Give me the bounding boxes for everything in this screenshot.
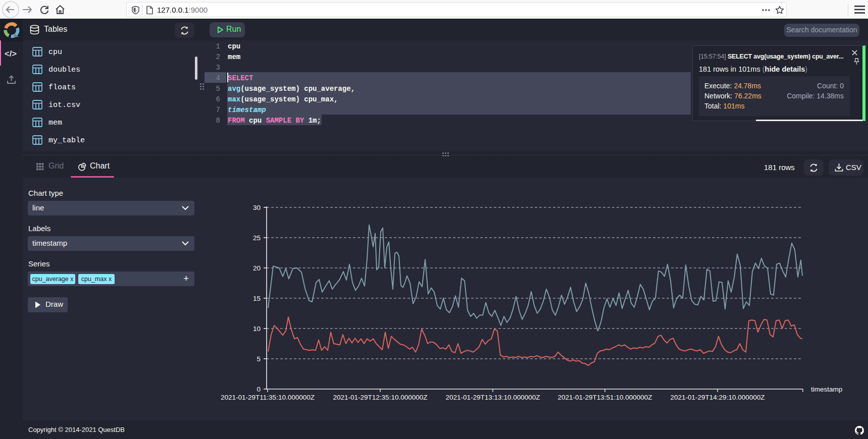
svg-text:30: 30 [253,204,261,211]
svg-text:2021-01-29T13:51:10.000000Z: 2021-01-29T13:51:10.000000Z [558,394,652,401]
svg-text:10: 10 [253,325,261,333]
svg-text:2021-01-29T13:13:10.000000Z: 2021-01-29T13:13:10.000000Z [446,394,540,401]
svg-text:2021-01-29T12:35:10.000000Z: 2021-01-29T12:35:10.000000Z [333,394,428,401]
svg-text:0: 0 [257,386,261,393]
svg-text:2021-01-29T14:29:10.000000Z: 2021-01-29T14:29:10.000000Z [671,394,765,401]
svg-text:15: 15 [253,295,261,302]
svg-text:5: 5 [257,355,261,363]
svg-text:20: 20 [253,264,261,272]
svg-text:timestamp: timestamp [811,386,842,393]
svg-text:2021-01-29T11:35:10.000000Z: 2021-01-29T11:35:10.000000Z [221,394,315,401]
svg-text:25: 25 [253,234,261,242]
